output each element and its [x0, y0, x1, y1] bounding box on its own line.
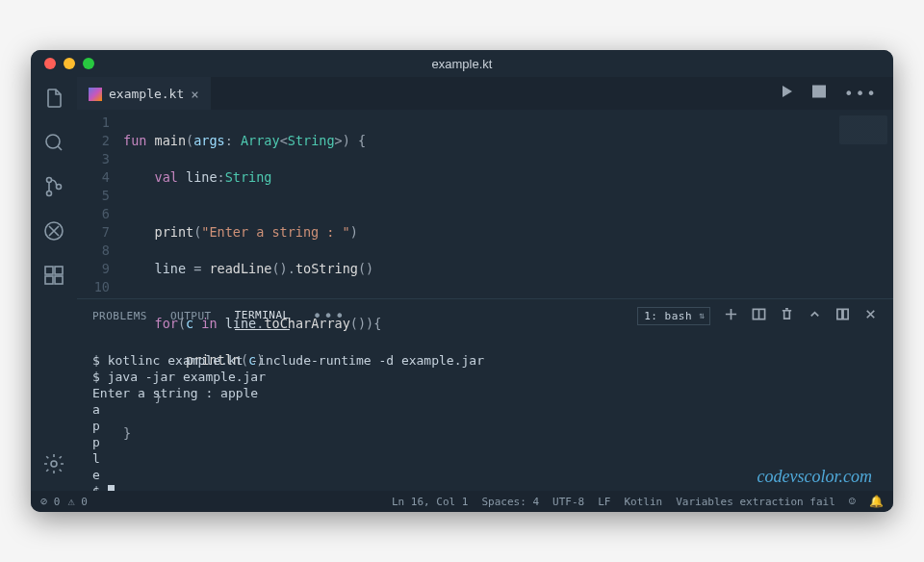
svg-point-1 — [47, 178, 52, 183]
titlebar: example.kt — [31, 50, 893, 77]
status-cursor-position[interactable]: Ln 16, Col 1 — [392, 496, 468, 508]
debug-icon[interactable] — [42, 219, 65, 246]
line-gutter: 1 2 3 4 5 6 7 8 9 10 — [77, 114, 123, 298]
close-tab-icon[interactable]: × — [191, 87, 198, 102]
svg-rect-6 — [55, 267, 63, 274]
extensions-icon[interactable] — [42, 264, 65, 291]
svg-point-2 — [47, 192, 52, 196]
activity-bar — [31, 77, 77, 491]
search-icon[interactable] — [42, 131, 65, 158]
more-actions-icon[interactable]: ••• — [844, 85, 878, 103]
svg-rect-8 — [55, 276, 63, 284]
terminal-cursor — [108, 485, 115, 491]
editor-actions: ••• — [779, 84, 893, 103]
minimap[interactable] — [839, 115, 887, 144]
kotlin-file-icon — [89, 88, 102, 101]
status-bar: ⊘ 0 ⚠ 0 Ln 16, Col 1 Spaces: 4 UTF-8 LF … — [31, 491, 893, 512]
terminal-selector[interactable]: 1: bash — [637, 307, 710, 325]
status-indentation[interactable]: Spaces: 4 — [481, 496, 539, 508]
run-icon[interactable] — [779, 84, 794, 103]
settings-gear-icon[interactable] — [42, 452, 65, 479]
notifications-bell-icon[interactable]: 🔔 — [869, 495, 884, 508]
file-tab[interactable]: example.kt × — [77, 77, 211, 110]
close-window-button[interactable] — [44, 58, 56, 69]
svg-rect-7 — [45, 276, 53, 284]
svg-rect-5 — [45, 267, 53, 274]
window-controls — [31, 58, 94, 69]
minimize-window-button[interactable] — [64, 58, 75, 69]
status-language[interactable]: Kotlin — [624, 496, 662, 508]
main-area: example.kt × ••• 1 2 — [77, 77, 893, 491]
status-message[interactable]: Variables extraction fail — [676, 496, 835, 508]
source-control-icon[interactable] — [42, 175, 65, 202]
tab-bar: example.kt × ••• — [77, 77, 893, 110]
tab-filename: example.kt — [109, 87, 184, 101]
status-warnings[interactable]: ⚠ 0 — [67, 495, 87, 508]
explorer-icon[interactable] — [42, 87, 65, 114]
terminal-output[interactable]: $ kotlinc example.kt -include-runtime -d… — [77, 332, 893, 491]
feedback-icon[interactable]: ☺ — [849, 495, 856, 508]
window-body: example.kt × ••• 1 2 — [31, 77, 893, 491]
svg-point-0 — [46, 135, 60, 148]
status-encoding[interactable]: UTF-8 — [552, 496, 584, 508]
code-content: fun main(args: Array<String>) { val line… — [123, 114, 893, 298]
split-editor-icon[interactable] — [811, 84, 827, 103]
status-errors[interactable]: ⊘ 0 — [40, 495, 60, 508]
watermark-text: codevscolor.com — [757, 469, 872, 485]
window-title: example.kt — [31, 57, 893, 71]
editor-window: example.kt — [31, 50, 893, 512]
maximize-window-button[interactable] — [83, 58, 94, 69]
code-editor[interactable]: 1 2 3 4 5 6 7 8 9 10 fun main(args: Arra… — [77, 110, 893, 298]
status-eol[interactable]: LF — [598, 496, 610, 508]
svg-point-9 — [51, 461, 57, 467]
